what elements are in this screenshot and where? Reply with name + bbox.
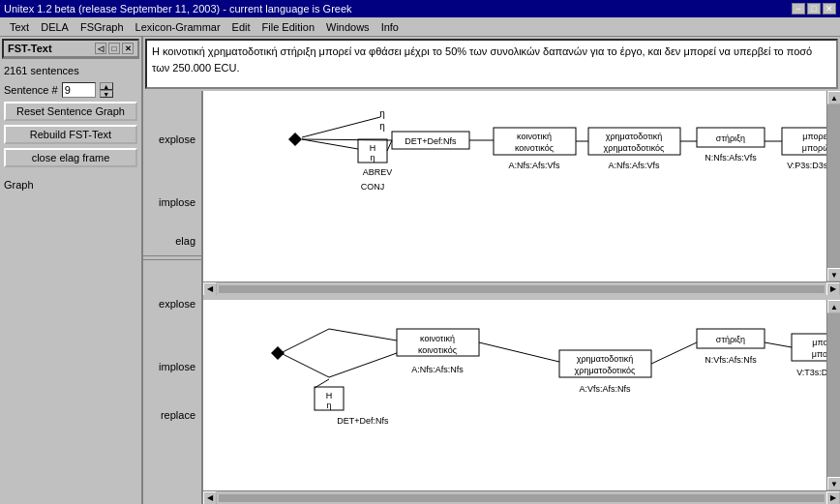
fst-header-icons: ◁ □ ✕ [95, 43, 134, 54]
main-layout: FST-Text ◁ □ ✕ 2161 sentences Sentence #… [0, 37, 840, 504]
restore-button[interactable]: □ [807, 3, 821, 15]
top-graph-container: η Η η DET+Def:Nfs [203, 91, 840, 295]
b-xrima-text2: χρηματοδοτικός [575, 366, 637, 375]
top-hscrollbar: ◀ ▶ [203, 282, 840, 295]
stiriksi-lbl: N:Nfs:Afs:Vfs [705, 153, 757, 163]
b-line6 [765, 342, 792, 347]
fst-icon-close[interactable]: ✕ [122, 43, 134, 54]
b-koinotiki-text2: κοινοτικός [418, 345, 458, 355]
b-koinotiki-text1: κοινοτική [420, 334, 455, 343]
b-mporei-lbl: V:T3s:D3s:P3s [796, 368, 826, 377]
b-stiriksi-text: στήριξη [716, 335, 745, 344]
title-bar-buttons: − □ ✕ [792, 3, 836, 15]
close-elag-frame-button[interactable]: close elag frame [4, 148, 137, 167]
close-button[interactable]: ✕ [823, 3, 836, 15]
scroll-track-top[interactable] [827, 104, 840, 268]
top-graph-panel[interactable]: η Η η DET+Def:Nfs [203, 91, 826, 282]
b-scroll-track[interactable] [827, 313, 840, 477]
fst-text-box: FST-Text ◁ □ ✕ [2, 39, 139, 59]
top-graph-svg: η Η η DET+Def:Nfs [203, 91, 826, 282]
reset-sentence-graph-button[interactable]: Reset Sentence Graph [4, 102, 137, 121]
b-scroll-up-button[interactable]: ▲ [827, 300, 840, 313]
fst-icon-right[interactable]: □ [108, 43, 120, 54]
b-entry-node [271, 346, 285, 360]
conj-label: CONJ [361, 182, 385, 192]
elag-top-text: elag [175, 235, 195, 247]
xrima-text1: χρηματοδοτική [606, 132, 663, 141]
label-scroll-space [143, 434, 201, 448]
sentences-count: 2161 sentences [4, 65, 137, 76]
label-implose-top: implose [143, 178, 201, 226]
spin-buttons: ▲ ▼ [100, 82, 113, 98]
scroll-down-button[interactable]: ▼ [827, 268, 840, 282]
bottom-graph-svg: κοινοτική κοινοτικός A:Nfs:Afs:Nfs Η η D… [203, 300, 826, 490]
menu-text[interactable]: Text [4, 20, 35, 34]
graphs-area: explose implose elag explose implose [143, 91, 840, 504]
bottom-graph-panel[interactable]: κοινοτική κοινοτικός A:Nfs:Afs:Nfs Η η D… [203, 300, 826, 490]
label-explose-bottom: explose [143, 260, 201, 338]
menu-info[interactable]: Info [375, 20, 405, 34]
h-eta-text1: Η [370, 143, 376, 153]
graph-label-left: Graph [0, 175, 141, 194]
label-implose-bottom: implose [143, 338, 201, 396]
explose-bottom-text: explose [159, 298, 195, 310]
entry-node [288, 133, 302, 146]
b-line1 [329, 329, 397, 341]
menu-edit[interactable]: Edit [226, 20, 256, 34]
bottom-hscrollbar: ◀ ▶ [203, 490, 840, 504]
b-entry-line1 [281, 353, 329, 377]
hscroll-track-top[interactable] [219, 285, 825, 293]
b-scroll-down-button[interactable]: ▼ [827, 477, 840, 490]
mporei-text2: μπορώ [802, 143, 826, 153]
spin-down-button[interactable]: ▼ [100, 90, 113, 98]
implose-bottom-text: implose [159, 361, 195, 372]
main-graphs-area: η Η η DET+Def:Nfs [203, 91, 840, 504]
window-title: Unitex 1.2 beta (release September 11, 2… [4, 3, 352, 15]
mporei-text1: μπορεί [802, 132, 826, 141]
rebuild-fst-text-button[interactable]: Rebuild FST-Text [4, 125, 137, 144]
bottom-graph-with-scroll: κοινοτική κοινοτικός A:Nfs:Afs:Nfs Η η D… [203, 300, 840, 490]
fst-icon-left[interactable]: ◁ [95, 43, 106, 54]
sentence-input[interactable] [62, 82, 96, 98]
koinotiki-text1: κοινοτική [517, 132, 552, 141]
bottom-vscrollbar: ▲ ▼ [826, 300, 840, 490]
scroll-up-button[interactable]: ▲ [827, 91, 840, 104]
left-sidebar: FST-Text ◁ □ ✕ 2161 sentences Sentence #… [0, 37, 143, 504]
b-eta-text: η [326, 400, 331, 410]
line-heta-det [387, 140, 392, 151]
h-eta-text2: η [370, 153, 375, 163]
scroll-right-bottom-button[interactable]: ▶ [826, 491, 840, 505]
menu-windows[interactable]: Windows [320, 20, 375, 34]
label-explose-top: explose [143, 91, 201, 178]
xrima-text2: χρηματοδοτικός [604, 143, 666, 153]
menu-file-edition[interactable]: File Edition [256, 20, 320, 34]
title-bar: Unitex 1.2 beta (release September 11, 2… [0, 0, 840, 17]
sentence-text: Η κοινοτική χρηματοδοτική στήριξη μπορεί… [152, 45, 812, 74]
sentences-info: 2161 sentences [0, 61, 141, 80]
b-xrima-text1: χρηματοδοτική [577, 354, 634, 364]
minimize-button[interactable]: − [792, 3, 805, 15]
sentence-label: Sentence # [4, 84, 58, 96]
scroll-left-top-button[interactable]: ◀ [203, 282, 217, 296]
b-stiriksi-lbl: N:Vfs:Afs:Nfs [705, 355, 757, 365]
menu-dela[interactable]: DELA [35, 20, 75, 34]
spin-up-button[interactable]: ▲ [100, 82, 113, 90]
menu-lexicon-grammar[interactable]: Lexicon-Grammar [130, 20, 226, 34]
hscroll-track-bottom[interactable] [219, 494, 825, 502]
det-def-text: DET+Def:Nfs [405, 136, 457, 146]
scroll-right-top-button[interactable]: ▶ [826, 282, 840, 296]
fst-text-header: FST-Text ◁ □ ✕ [4, 41, 137, 57]
top-graph-with-scroll: η Η η DET+Def:Nfs [203, 91, 840, 282]
b-xrima-lbl: A:Vfs:Afs:Nfs [579, 384, 631, 394]
label-elag-top: elag [143, 226, 201, 255]
right-area: Η κοινοτική χρηματοδοτική στήριξη μπορεί… [143, 37, 840, 504]
b-mporei-text2: μπορώ [812, 349, 826, 359]
b-line2 [329, 353, 397, 377]
eta-mid-label: η [379, 121, 385, 132]
scroll-left-bottom-button[interactable]: ◀ [203, 491, 217, 505]
koinotiki-text2: κοινοτικός [515, 143, 555, 153]
line-entry-heta [302, 139, 358, 149]
menu-fsgraph[interactable]: FSGraph [75, 20, 130, 34]
mporei-lbl: V:P3s:D3s:T3s [787, 161, 826, 170]
b-line5 [651, 342, 697, 364]
